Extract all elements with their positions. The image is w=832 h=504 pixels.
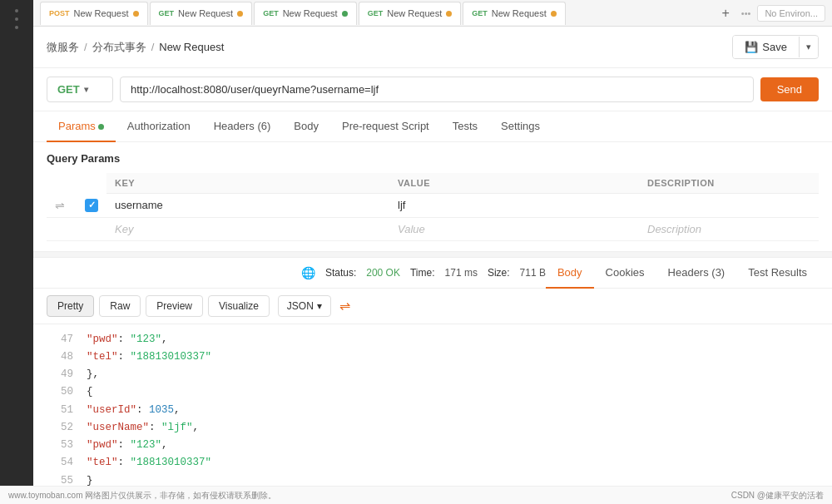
param-description[interactable] (639, 194, 819, 218)
json-format-label: JSON (287, 300, 314, 312)
tab-label: New Request (74, 8, 129, 18)
send-button[interactable]: Send (760, 77, 819, 101)
tab-bar-actions: + ••• No Environ... (717, 4, 826, 22)
tab-label: New Request (387, 8, 442, 18)
watermark-left: www.toymoban.com 网络图片仅供展示，非存储，如有侵权请联系删除。 (8, 490, 276, 502)
line-number: 52 (43, 419, 73, 437)
query-params-title: Query Params (47, 152, 819, 165)
environment-select[interactable]: No Environ... (757, 5, 825, 22)
tab-dot (551, 11, 557, 17)
breadcrumb-sep2: / (151, 41, 155, 53)
format-json-select[interactable]: JSON▾ (278, 295, 331, 317)
req-tab-headers[interactable]: Headers (6) (202, 111, 283, 142)
param-key[interactable]: username (106, 194, 389, 218)
json-line: 48 "tel": "18813010337" (33, 348, 832, 366)
method-select[interactable]: GET ▾ (47, 77, 113, 102)
params-table: KEY VALUE DESCRIPTION ⇌ username ljf Key… (47, 173, 819, 241)
req-tab-prerequest[interactable]: Pre-request Script (330, 111, 441, 142)
time-value: 171 ms (445, 267, 478, 279)
watermark-bar: www.toymoban.com 网络图片仅供展示，非存储，如有侵权请联系删除。… (0, 486, 832, 504)
line-content: "tel": "18813010337" (87, 348, 211, 366)
table-row-empty: Key Value Description (47, 217, 819, 240)
resp-tab-label: Cookies (606, 266, 645, 279)
param-value[interactable]: ljf (389, 194, 639, 218)
format-btn-preview[interactable]: Preview (146, 295, 203, 317)
description-placeholder[interactable]: Description (639, 217, 819, 240)
watermark-right: CSDN @健康平安的活着 (731, 490, 824, 502)
tab-item-1[interactable]: GETNew Request (150, 2, 253, 25)
tab-method: POST (49, 9, 70, 17)
response-status-bar: 🌐 Status: 200 OK Time: 171 ms Size: 711 … (301, 266, 546, 279)
format-btn-raw[interactable]: Raw (99, 295, 141, 317)
json-line: 47 "pwd": "123", (33, 331, 832, 348)
save-label: Save (762, 41, 787, 53)
format-btn-visualize[interactable]: Visualize (208, 295, 270, 317)
table-row: ⇌ username ljf (47, 194, 819, 218)
url-bar: GET ▾ Send (33, 68, 832, 111)
breadcrumb: 微服务 / 分布式事务 / New Request (47, 40, 224, 55)
req-tab-settings[interactable]: Settings (489, 111, 552, 142)
status-prefix: Status: (325, 267, 356, 279)
sort-icon: ⇌ (55, 199, 65, 212)
value-placeholder[interactable]: Value (389, 217, 639, 240)
size-value: 711 B (520, 267, 546, 279)
col-header-key: KEY (106, 173, 389, 194)
breadcrumb-current: New Request (159, 41, 224, 53)
tab-item-0[interactable]: POSTNew Request (40, 2, 148, 25)
key-placeholder[interactable]: Key (106, 217, 389, 240)
req-tab-label: Pre-request Script (342, 120, 429, 132)
tab-dot (342, 11, 348, 17)
resp-tab-label: Body (557, 266, 582, 279)
col-header-value: VALUE (389, 173, 639, 194)
line-content: "pwd": "123", (87, 437, 168, 454)
checkbox-checked[interactable] (85, 199, 98, 212)
req-tab-authorization[interactable]: Authorization (116, 111, 202, 142)
resp-tab-test-results[interactable]: Test Results (736, 258, 819, 289)
col-header-description: DESCRIPTION (639, 173, 819, 194)
tab-method: GET (368, 9, 384, 17)
new-tab-button[interactable]: + (717, 4, 735, 22)
save-button-group[interactable]: 💾 Save ▾ (732, 35, 819, 59)
json-body: 47 "pwd": "123",48 "tel": "18813010337"4… (33, 324, 832, 497)
method-arrow: ▾ (84, 85, 88, 94)
tab-dot (133, 11, 139, 17)
tab-item-2[interactable]: GETNew Request (254, 2, 357, 25)
json-line: 51 "userId": 1035, (33, 402, 832, 419)
sort-handle[interactable]: ⇌ (47, 194, 77, 218)
req-tab-params[interactable]: Params (47, 111, 116, 142)
line-content: "userId": 1035, (87, 402, 181, 419)
line-number: 51 (43, 402, 73, 419)
line-content: }, (87, 366, 99, 383)
req-tab-body[interactable]: Body (282, 111, 330, 142)
tab-item-4[interactable]: GETNew Request (463, 2, 566, 25)
tab-label: New Request (283, 8, 338, 18)
breadcrumb-part1: 微服务 (47, 40, 79, 55)
req-tab-tests[interactable]: Tests (441, 111, 489, 142)
json-line: 49 }, (33, 366, 832, 383)
wrap-toggle-button[interactable]: ⇌ (339, 298, 350, 314)
json-line: 50 { (33, 383, 832, 401)
tab-item-3[interactable]: GETNew Request (359, 2, 462, 25)
save-dropdown-arrow[interactable]: ▾ (799, 37, 818, 57)
row-checkbox[interactable] (77, 194, 106, 218)
url-input[interactable] (120, 77, 754, 102)
tab-method: GET (472, 9, 488, 17)
json-line: 53 "pwd": "123", (33, 437, 832, 454)
breadcrumb-part2: 分布式事务 (92, 40, 146, 55)
tab-count: ••• (741, 8, 751, 18)
sidebar-dot (15, 17, 18, 21)
req-tab-label: Authorization (127, 120, 191, 132)
sidebar-dot (15, 9, 18, 12)
tab-label: New Request (178, 8, 233, 18)
format-btn-pretty[interactable]: Pretty (47, 295, 94, 317)
save-button[interactable]: 💾 Save (733, 36, 799, 58)
tab-bar: POSTNew RequestGETNew RequestGETNew Requ… (33, 0, 832, 27)
tab-dot (237, 11, 243, 17)
req-tab-label: Settings (501, 120, 540, 132)
resp-tab-body[interactable]: Body (546, 258, 594, 289)
resp-tab-cookies[interactable]: Cookies (594, 258, 656, 289)
resp-tab-headers-(3)[interactable]: Headers (3) (656, 258, 737, 289)
json-line: 54 "tel": "18813010337" (33, 454, 832, 472)
resp-tab-label: Headers (3) (668, 266, 726, 279)
response-section: 🌐 Status: 200 OK Time: 171 ms Size: 711 … (33, 258, 832, 497)
